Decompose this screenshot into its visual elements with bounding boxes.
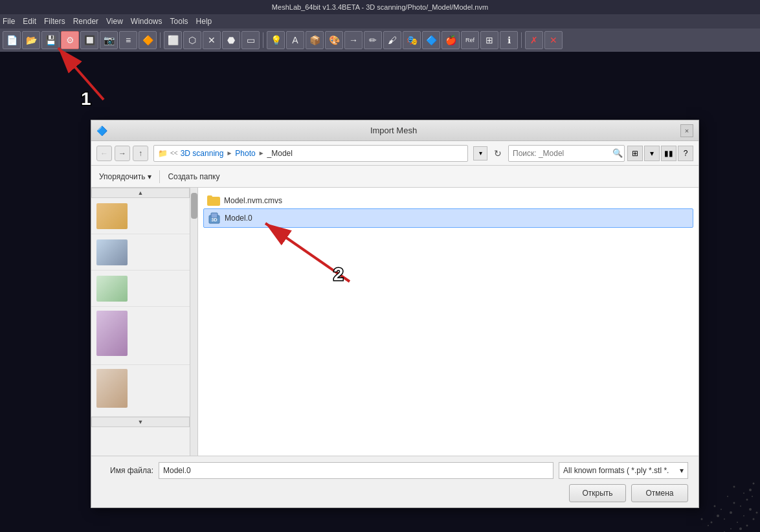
breadcrumb-bar: 📁 << 3D scanning ► Photo ► _Model: [153, 145, 468, 162]
breadcrumb-sep2: ►: [258, 150, 265, 157]
file-item-name-folder: Model.nvm.cmvs: [224, 196, 282, 205]
dialog-content: ▲: [91, 188, 699, 456]
toolbar-grid[interactable]: ⊞: [480, 31, 498, 49]
toolbar-x2[interactable]: ✕: [544, 31, 563, 49]
app-titlebar: MeshLab_64bit v1.3.4BETA - 3D scanning/P…: [0, 0, 760, 14]
toolbar-panel[interactable]: ▭: [241, 31, 260, 49]
sidebar-thumb-1: [96, 203, 128, 229]
dialog-icon: 🔷: [96, 126, 107, 136]
toolbar-stack[interactable]: ≡: [119, 31, 137, 49]
sidebar-thumb-4: [96, 311, 128, 356]
filename-input[interactable]: [159, 462, 553, 479]
toolbar-fruit[interactable]: 🍎: [441, 31, 460, 49]
sort-chevron-icon: ▾: [148, 172, 151, 181]
sidebar-thumb-2: [96, 239, 128, 265]
svg-text:3D: 3D: [212, 217, 218, 222]
menu-help[interactable]: Help: [196, 17, 212, 26]
menu-file[interactable]: File: [3, 17, 15, 26]
filetype-dropdown[interactable]: All known formats ( *.ply *.stl *. ▾: [559, 462, 688, 479]
menu-tools[interactable]: Tools: [170, 17, 188, 26]
sidebar-item[interactable]: [91, 365, 190, 417]
toolbar-palette[interactable]: 🎭: [403, 31, 421, 49]
toolbar-text[interactable]: A: [286, 31, 304, 49]
cancel-button[interactable]: Отмена: [631, 484, 688, 502]
file-item-3d[interactable]: 3D Model.0: [203, 208, 693, 228]
toolbar-select4[interactable]: ⬣: [222, 31, 240, 49]
nav-forward-button[interactable]: →: [115, 146, 130, 161]
toolbar-color2[interactable]: 🔷: [422, 31, 440, 49]
dialog-bottom: Имя файла: All known formats ( *.ply *.s…: [91, 456, 699, 507]
filetype-label: All known formats ( *.ply *.stl *.: [563, 466, 669, 475]
toolbar-select2[interactable]: ⬡: [183, 31, 201, 49]
toolbar-select3[interactable]: ✕: [203, 31, 221, 49]
app-menubar: File Edit Filters Render View Windows To…: [0, 14, 760, 28]
search-input[interactable]: [513, 149, 610, 158]
toolbar-select1[interactable]: ⬜: [164, 31, 182, 49]
sidebar-scroll-up[interactable]: ▲: [91, 188, 190, 198]
open-button[interactable]: Открыть: [569, 484, 626, 502]
toolbar-camera[interactable]: 📷: [100, 31, 118, 49]
sidebar-item[interactable]: [91, 307, 190, 365]
toolbar-box[interactable]: 📦: [306, 31, 324, 49]
menu-render[interactable]: Render: [73, 17, 98, 26]
sidebar-item[interactable]: [91, 271, 190, 307]
menu-filters[interactable]: Filters: [44, 17, 65, 26]
breadcrumb-part1[interactable]: 3D scanning: [181, 149, 224, 158]
toolbar-mesh[interactable]: 🔶: [139, 31, 157, 49]
sidebar-item[interactable]: [91, 198, 190, 234]
menu-windows[interactable]: Windows: [131, 17, 162, 26]
filename-row: Имя файла: All known formats ( *.ply *.s…: [102, 462, 688, 479]
file-item-folder[interactable]: Model.nvm.cmvs: [203, 193, 693, 208]
app-toolbar: 📄 📂 💾 ⚙ 🔲 📷 ≡ 🔶 ⬜ ⬡ ✕ ⬣ ▭ 💡 A 📦 🎨 → ✏ 🖌 …: [0, 28, 760, 52]
menu-edit[interactable]: Edit: [23, 17, 36, 26]
nav-back-button[interactable]: ←: [96, 146, 112, 161]
view-list-button[interactable]: ▮▮: [661, 146, 676, 161]
folder-icon: [207, 195, 220, 206]
sort-button[interactable]: Упорядочить ▾: [96, 171, 154, 183]
toolbar-unknown2[interactable]: 🔲: [80, 31, 98, 49]
app-title: MeshLab_64bit v1.3.4BETA - 3D scanning/P…: [272, 3, 488, 11]
sidebar-item[interactable]: [91, 234, 190, 271]
dialog-title: Import Mesh: [107, 126, 680, 135]
view-grid-button[interactable]: ⊞: [627, 146, 643, 161]
refresh-button[interactable]: ↻: [490, 146, 506, 161]
dialog-close-button[interactable]: ×: [680, 124, 693, 137]
view-icons: ⊞ ▾ ▮▮ ?: [627, 146, 693, 161]
breadcrumb-part2[interactable]: Photo: [235, 149, 255, 158]
sidebar-scroll-down[interactable]: ▼: [91, 417, 190, 427]
sidebar: ▲: [91, 188, 198, 456]
toolbar-sep2: [263, 32, 263, 48]
file-item-name-3d: Model.0: [225, 214, 252, 223]
new-folder-label: Создать папку: [168, 172, 219, 181]
sidebar-scrollbar[interactable]: [190, 188, 197, 456]
toolbar-new[interactable]: 📄: [3, 31, 21, 49]
menu-view[interactable]: View: [106, 17, 123, 26]
toolbar-sep1: [160, 32, 161, 48]
new-folder-button[interactable]: Создать папку: [165, 171, 222, 183]
sidebar-thumb-3: [96, 276, 128, 302]
toolbar-color1[interactable]: 🎨: [325, 31, 343, 49]
view-help-button[interactable]: ?: [678, 146, 693, 161]
toolbar-x1[interactable]: ✗: [525, 31, 543, 49]
toolbar-save[interactable]: 💾: [41, 31, 60, 49]
sidebar-list: ▲: [91, 188, 190, 456]
import-mesh-dialog: 🔷 Import Mesh × ← → ↑ 📁 << 3D scanning ►…: [91, 120, 699, 508]
sidebar-scrollbar-thumb: [191, 193, 197, 219]
file-3d-icon: 3D: [208, 212, 221, 225]
nav-up-button[interactable]: ↑: [133, 146, 148, 161]
toolbar-ref[interactable]: Ref: [461, 31, 479, 49]
search-box: 🔍: [508, 145, 625, 162]
toolbar-unknown1[interactable]: ⚙: [61, 31, 79, 49]
filetype-chevron-icon: ▾: [680, 466, 684, 475]
breadcrumb-dropdown-button[interactable]: ▾: [473, 146, 487, 161]
breadcrumb-sep1: ►: [226, 150, 232, 157]
toolbar-light[interactable]: 💡: [267, 31, 285, 49]
view-options-button[interactable]: ▾: [644, 146, 660, 161]
toolbar-arrow[interactable]: →: [344, 31, 363, 49]
toolbar-paint[interactable]: 🖌: [383, 31, 401, 49]
toolbar-pencil[interactable]: ✏: [364, 31, 382, 49]
toolbar-open[interactable]: 📂: [22, 31, 40, 49]
sidebar-thumb-5: [96, 369, 128, 408]
toolbar-sep: [159, 170, 160, 183]
toolbar-info[interactable]: ℹ: [500, 31, 518, 49]
